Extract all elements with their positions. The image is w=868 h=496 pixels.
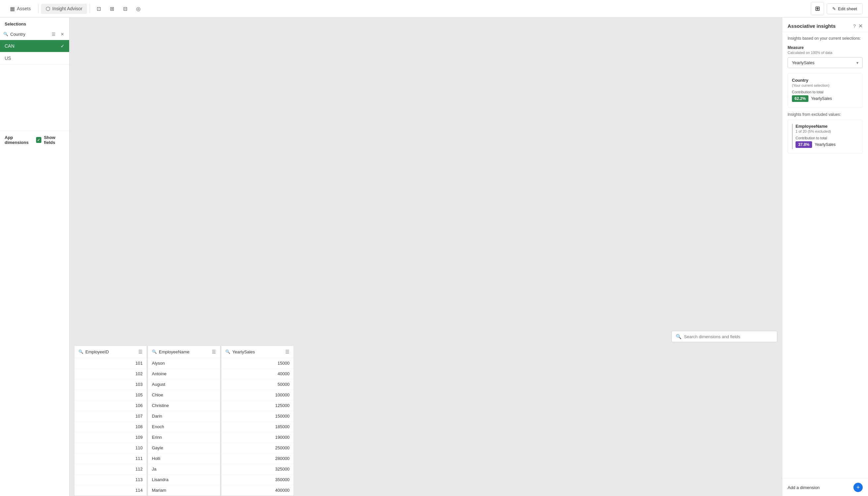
excluded-content: EmployeeName 1 of 20 (5% excluded) Contr…	[795, 124, 858, 149]
measure-dropdown[interactable]: YearlySales ▾	[788, 57, 863, 68]
table-row: 190000	[221, 432, 294, 443]
table-row: Gayle	[148, 443, 220, 453]
table-row: 108	[75, 421, 146, 432]
selections-header: Selections	[0, 17, 69, 29]
table-row: 101	[75, 358, 146, 369]
topbar-left: ▦ Assets ⬡ Insight Advisor ⊡ ⊞ ⊟ ◎	[5, 3, 144, 15]
tool-btn-4[interactable]: ◎	[133, 3, 144, 15]
filter-search-icon: 🔍	[3, 32, 8, 36]
col-menu-employeename[interactable]: ☰	[212, 349, 216, 354]
right-panel: Associative insights ? ✕ Insights based …	[782, 17, 868, 496]
contribution-badge-purple: 37.8%	[795, 141, 812, 148]
table-row: Enoch	[148, 421, 220, 432]
table-row: 280000	[221, 453, 294, 464]
grid-view-button[interactable]: ⊞	[811, 2, 824, 15]
help-icon[interactable]: ?	[853, 24, 856, 29]
excluded-card-title: EmployeeName	[795, 124, 858, 129]
contribution-badge-green: 62.2%	[792, 95, 808, 102]
topbar-right: ⊞ ✎ Edit sheet	[811, 2, 863, 15]
col-menu-yearlysales[interactable]: ☰	[285, 349, 290, 354]
assets-icon: ▦	[10, 6, 15, 12]
table-row: 105	[75, 390, 146, 400]
table-row: Holli	[148, 453, 220, 464]
app-dimensions-bar: App dimensions ✓ Show fields	[0, 131, 69, 149]
excluded-title: Insights from excluded values:	[788, 112, 863, 117]
table-row: Darin	[148, 411, 220, 421]
contribution-row-current: 62.2% YearlySales	[792, 95, 858, 102]
filter-list-icon[interactable]: ☰	[50, 30, 57, 38]
check-icon: ✓	[61, 43, 64, 49]
edit-sheet-button[interactable]: ✎ Edit sheet	[827, 3, 863, 14]
excluded-card-sub: 1 of 20 (5% excluded)	[795, 129, 858, 133]
excluded-card-employeename: EmployeeName 1 of 20 (5% excluded) Contr…	[788, 120, 863, 154]
search-dimensions-input[interactable]	[684, 334, 773, 339]
current-selection-card: Country (Your current selection) Contrib…	[788, 74, 863, 108]
contribution-label-excluded: Contribution to total	[795, 136, 858, 140]
card-subtitle-country: (Your current selection)	[792, 83, 858, 87]
tab-assets[interactable]: ▦ Assets	[5, 4, 35, 14]
filter-item-can[interactable]: CAN ✓	[0, 40, 69, 52]
contribution-row-excluded: 37.8% YearlySales	[795, 141, 858, 148]
search-icon: 🔍	[676, 334, 681, 339]
table-row: 15000	[221, 358, 294, 369]
table-row: 325000	[221, 464, 294, 475]
table-row: 350000	[221, 475, 294, 485]
tool-btn-2[interactable]: ⊞	[106, 3, 118, 15]
excluded-line	[792, 124, 793, 149]
col-name-employeename: EmployeeName	[159, 350, 210, 354]
show-fields-label: Show fields	[44, 135, 64, 145]
data-tables-area: 🔍 🔍 EmployeeID ☰ 101 102 103 105 106	[69, 326, 782, 496]
field-icon: 🔍	[78, 350, 83, 354]
col-menu-employeeid[interactable]: ☰	[138, 349, 143, 354]
dim-icon: 🔍	[152, 350, 157, 354]
table-header-employeename: 🔍 EmployeeName ☰	[148, 346, 220, 358]
right-panel-footer: Add a dimension +	[782, 479, 868, 496]
filter-title-row: 🔍 Country ☰ ✕	[0, 29, 69, 40]
table-row: 113	[75, 475, 146, 485]
tool-btn-3[interactable]: ⊟	[119, 3, 131, 15]
table-row: 106	[75, 400, 146, 411]
table-employeeid: 🔍 EmployeeID ☰ 101 102 103 105 106 107 1…	[74, 345, 147, 496]
topbar-tools: ⊡ ⊞ ⊟ ◎	[93, 3, 144, 15]
filter-empty-space	[0, 64, 69, 131]
tab-divider	[38, 4, 38, 13]
contribution-field-excluded: YearlySales	[815, 142, 836, 147]
add-dimension-label: Add a dimension	[788, 485, 820, 490]
table-row: 110	[75, 443, 146, 453]
center-content	[69, 17, 782, 326]
table-row: 111	[75, 453, 146, 464]
tables-row: 🔍 EmployeeID ☰ 101 102 103 105 106 107 1…	[74, 345, 782, 496]
table-yearlysales: 🔍 YearlySales ☰ 15000 40000 50000 100000…	[221, 345, 294, 496]
app-dimensions-label: App dimensions	[5, 135, 33, 145]
table-row: Ja	[148, 464, 220, 475]
table-row: Christine	[148, 400, 220, 411]
main-layout: Selections 🔍 Country ☰ ✕ CAN ✓ US App d	[0, 17, 868, 496]
show-fields-toggle[interactable]: ✓	[36, 137, 41, 143]
table-row: 250000	[221, 443, 294, 453]
filter-clear-icon[interactable]: ✕	[59, 30, 66, 38]
table-header-employeeid: 🔍 EmployeeID ☰	[75, 346, 146, 358]
table-row: 50000	[221, 379, 294, 390]
field-icon-ys: 🔍	[226, 350, 230, 354]
table-row: Chloe	[148, 390, 220, 400]
filter-item-us-label: US	[5, 56, 11, 61]
table-row: 109	[75, 432, 146, 443]
filter-item-us[interactable]: US	[0, 52, 69, 64]
close-icon[interactable]: ✕	[858, 23, 863, 29]
table-row: 125000	[221, 400, 294, 411]
tab-insight-advisor[interactable]: ⬡ Insight Advisor	[41, 4, 87, 14]
card-title-country: Country	[792, 78, 858, 83]
table-row: 40000	[221, 369, 294, 379]
filter-item-can-label: CAN	[5, 43, 15, 49]
contribution-label-current: Contribution to total	[792, 90, 858, 94]
table-header-yearlysales: 🔍 YearlySales ☰	[221, 346, 294, 358]
left-panel: Selections 🔍 Country ☰ ✕ CAN ✓ US App d	[0, 17, 69, 496]
add-dimension-button[interactable]: +	[853, 483, 863, 492]
measure-dropdown-value: YearlySales	[792, 60, 856, 65]
table-row: Erinn	[148, 432, 220, 443]
tool-btn-1[interactable]: ⊡	[93, 3, 105, 15]
table-row: August	[148, 379, 220, 390]
tab-divider-2	[90, 4, 90, 13]
table-row: 100000	[221, 390, 294, 400]
assets-tab-label: Assets	[17, 6, 31, 11]
